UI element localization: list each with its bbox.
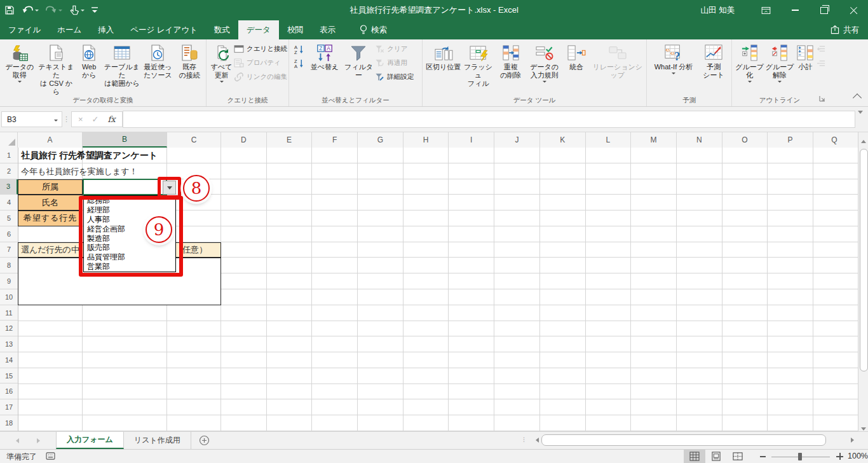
close-button[interactable] [839, 0, 868, 20]
column-header[interactable]: B [83, 132, 167, 148]
ribbon-tab[interactable]: 数式 [206, 20, 238, 39]
get-data-button[interactable]: データの 取得 [3, 41, 37, 85]
row-header[interactable]: 8 [0, 258, 18, 273]
group-button[interactable]: グループ 化 [735, 41, 764, 85]
enter-entry-icon[interactable]: ✓ [92, 114, 99, 124]
zoom-percentage[interactable]: 100% [848, 452, 868, 460]
row-header[interactable]: 3 [0, 179, 18, 195]
sheet-tab-input-form[interactable]: 入力フォーム [56, 432, 124, 449]
column-header[interactable]: G [358, 132, 403, 148]
ribbon-tab[interactable]: ページ レイアウト [122, 20, 206, 39]
collapse-ribbon-chevron-icon[interactable] [853, 93, 862, 102]
recent-sources-button[interactable]: 最近使っ たソース [142, 41, 175, 79]
horizontal-scroll-thumb[interactable] [541, 434, 826, 446]
row-header[interactable]: 4 [0, 195, 18, 211]
row-header[interactable]: 10 [0, 289, 18, 305]
row-header[interactable]: 6 [0, 226, 18, 242]
row-header[interactable]: 13 [0, 336, 18, 352]
column-header[interactable]: F [312, 132, 358, 148]
prev-sheet-arrow-icon[interactable] [13, 438, 19, 443]
cell-a3-label[interactable]: 所属 [18, 179, 83, 195]
column-header[interactable]: H [403, 132, 449, 148]
tell-me-search[interactable]: 検索 [353, 20, 393, 39]
column-header[interactable]: C [167, 132, 221, 148]
cell-a5-label[interactable]: 希望する行先 [18, 211, 83, 226]
select-all-corner[interactable] [0, 132, 18, 148]
subtotal-button[interactable]: 小計 [795, 41, 817, 71]
existing-connections-button[interactable]: 既存 の接続 [174, 41, 205, 79]
flash-fill-button[interactable]: フラッシュ フィル [461, 41, 495, 88]
vertical-scroll-thumb[interactable] [860, 149, 868, 371]
share-button[interactable]: 共有 [830, 20, 859, 39]
row-header[interactable]: 15 [0, 368, 18, 384]
row-header[interactable]: 5 [0, 211, 18, 226]
consolidate-button[interactable]: 統合 [562, 41, 590, 71]
what-if-analysis-button[interactable]: ? What-If 分析 [649, 41, 698, 76]
minimize-button[interactable] [780, 0, 810, 20]
column-header[interactable]: A [18, 132, 83, 148]
user-name[interactable]: 山田 知美 [701, 5, 735, 16]
data-validation-button[interactable]: データの 入力規則 [526, 41, 562, 85]
remove-duplicates-button[interactable]: 重複 の削除 [495, 41, 526, 79]
sort-descending-button[interactable]: ZA [292, 56, 307, 70]
sheet-tab-list-source[interactable]: リスト作成用 [124, 432, 191, 449]
selected-cell-b3[interactable] [83, 179, 167, 195]
next-sheet-arrow-icon[interactable] [37, 438, 43, 443]
page-break-preview-button[interactable] [727, 450, 749, 463]
insert-function-icon[interactable]: fx [108, 114, 116, 124]
sheet-grid[interactable]: 123456789101112131415161718 社員旅行 行先希望調査ア… [0, 148, 858, 431]
cell-a1-title[interactable]: 社員旅行 行先希望調査アンケート [21, 150, 158, 162]
row-header[interactable]: 11 [0, 305, 18, 321]
column-header[interactable]: L [586, 132, 632, 148]
formula-bar-splitter[interactable]: ⋮ [62, 115, 71, 123]
row-header[interactable]: 9 [0, 273, 18, 289]
column-header[interactable]: I [449, 132, 494, 148]
column-header[interactable]: Q [813, 132, 855, 148]
row-header[interactable]: 16 [0, 384, 18, 399]
column-header[interactable]: E [267, 132, 313, 148]
row-header[interactable]: 14 [0, 352, 18, 368]
ribbon-tab[interactable]: データ [238, 20, 279, 39]
outline-dialog-launcher[interactable] [819, 93, 825, 104]
cell-a4-label[interactable]: 氏名 [18, 195, 83, 211]
filter-button[interactable]: フィルター [342, 41, 376, 79]
normal-view-button[interactable] [684, 450, 705, 463]
row-header[interactable]: 1 [0, 148, 18, 163]
row-header[interactable]: 2 [0, 163, 18, 179]
column-header[interactable]: K [540, 132, 586, 148]
cell-a2-subtitle[interactable]: 今年も社員旅行を実施します！ [21, 166, 138, 177]
expand-formula-bar-button[interactable] [858, 114, 865, 125]
queries-connections-button[interactable]: クエリと接続 [234, 42, 287, 56]
ungroup-button[interactable]: グループ 解除 [764, 41, 794, 85]
cancel-entry-icon[interactable]: × [78, 114, 83, 124]
column-header[interactable]: P [768, 132, 813, 148]
horizontal-scrollbar[interactable] [530, 434, 859, 446]
restore-button[interactable] [810, 0, 839, 20]
ribbon-tab[interactable]: ホーム [49, 20, 90, 39]
ribbon-tab[interactable]: 挿入 [90, 20, 122, 39]
zoom-out-button[interactable] [760, 456, 766, 457]
column-header[interactable]: N [677, 132, 722, 148]
from-text-csv-button[interactable]: テキストまた は CSV から [37, 41, 76, 96]
column-header[interactable]: J [494, 132, 540, 148]
new-sheet-button[interactable] [199, 432, 210, 449]
name-box[interactable]: B3 [1, 111, 62, 127]
vertical-scrollbar[interactable] [858, 132, 868, 431]
ribbon-tab[interactable]: 校閲 [279, 20, 311, 39]
zoom-in-button[interactable] [836, 453, 843, 460]
ribbon-tab[interactable]: ファイル [0, 20, 49, 39]
row-header[interactable]: 7 [0, 242, 18, 258]
scroll-left-arrow[interactable] [530, 434, 541, 446]
scroll-right-arrow[interactable] [848, 434, 859, 446]
refresh-all-button[interactable]: すべて 更新 [209, 41, 234, 85]
row-header[interactable]: 12 [0, 321, 18, 336]
macro-indicator-icon[interactable] [46, 452, 55, 462]
sort-button[interactable]: ZA 並べ替え [307, 41, 342, 71]
column-header[interactable]: D [221, 132, 267, 148]
ribbon-display-options-button[interactable] [751, 0, 780, 20]
tab-scrollbar-splitter[interactable]: ⋮ [521, 436, 528, 443]
column-header[interactable]: O [722, 132, 768, 148]
from-table-range-button[interactable]: テーブルまた は範囲から [102, 41, 142, 88]
page-layout-view-button[interactable] [705, 450, 727, 463]
forecast-sheet-button[interactable]: 予測 シート [698, 41, 729, 79]
